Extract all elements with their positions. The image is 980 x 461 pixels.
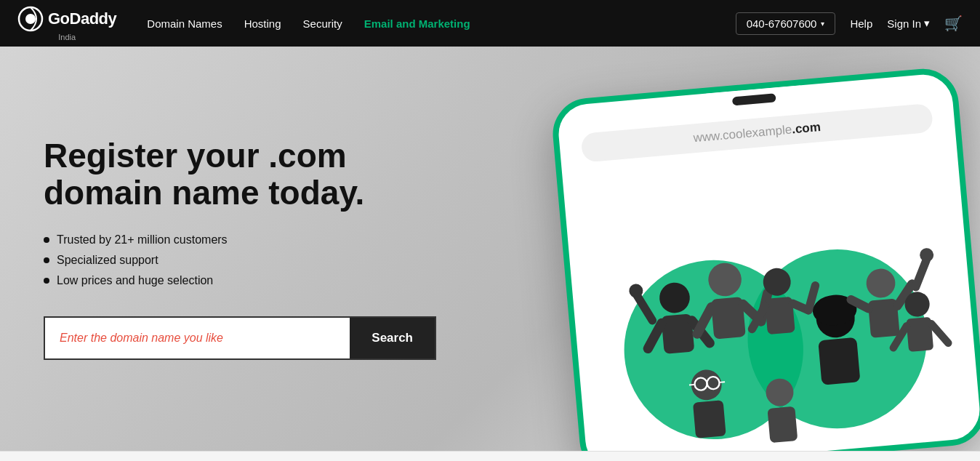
svg-line-34	[720, 382, 726, 382]
phone-url-ext: .com	[791, 120, 821, 136]
phone-notch	[706, 85, 802, 113]
phone-notch-camera	[732, 93, 776, 105]
logo-subtext: India	[58, 33, 76, 41]
hero-section: Register your .comdomain name today. Tru…	[0, 47, 980, 451]
hero-title: Register your .comdomain name today.	[44, 137, 378, 211]
hero-bullets: Trusted by 21+ million customers Special…	[44, 233, 378, 287]
domain-search-input[interactable]	[45, 318, 350, 358]
svg-rect-20	[818, 337, 860, 385]
bullet-text-1: Trusted by 21+ million customers	[57, 233, 228, 246]
phone-number: 040-67607600	[747, 17, 817, 30]
cart-icon[interactable]: 🛒	[944, 15, 963, 32]
search-button[interactable]: Search	[350, 318, 435, 358]
phone-people-illustration	[564, 162, 980, 451]
logo-text: GoDaddy	[48, 9, 116, 28]
help-link[interactable]: Help	[850, 17, 872, 30]
bullet-item-2: Specialized support	[44, 254, 378, 267]
svg-point-1	[25, 14, 36, 24]
bullet-dot-2	[44, 257, 49, 263]
svg-line-32	[689, 385, 695, 385]
signin-label: Sign In	[887, 17, 921, 30]
nav-links: Domain Names Hosting Security Email and …	[137, 0, 735, 47]
phone-url-bar: www.coolexample.com	[580, 103, 933, 163]
bullet-item-1: Trusted by 21+ million customers	[44, 233, 378, 246]
chevron-down-icon: ▾	[821, 20, 824, 28]
nav-hosting[interactable]: Hosting	[234, 0, 292, 47]
phone-illustration-container: www.coolexample.com	[493, 61, 980, 451]
bullet-text-2: Specialized support	[57, 254, 158, 267]
footer-bar: Our customers say Excellent ★ ★ ★ ★ ★ 4.…	[0, 451, 980, 461]
chevron-down-icon: ▾	[924, 17, 930, 30]
people-svg	[572, 170, 974, 451]
svg-point-41	[919, 247, 934, 262]
phone-mockup: www.coolexample.com	[550, 66, 980, 451]
nav-security[interactable]: Security	[293, 0, 353, 47]
hero-content: Register your .comdomain name today. Tru…	[0, 94, 422, 403]
phone-url-text: www.coolexample	[693, 123, 792, 145]
svg-line-28	[931, 322, 948, 344]
bullet-item-3: Low prices and huge selection	[44, 274, 378, 287]
bullet-dot-1	[44, 237, 49, 243]
phone-button[interactable]: 040-67607600 ▾	[736, 12, 836, 35]
domain-search-bar: Search	[44, 316, 436, 360]
svg-rect-37	[767, 406, 798, 443]
svg-rect-35	[693, 400, 726, 438]
bullet-dot-3	[44, 278, 49, 284]
nav-email-marketing[interactable]: Email and Marketing	[354, 0, 481, 47]
bullet-text-3: Low prices and huge selection	[57, 274, 213, 287]
svg-line-40	[913, 258, 929, 286]
navbar: GoDaddy India Domain Names Hosting Secur…	[0, 0, 980, 47]
nav-right: 040-67607600 ▾ Help Sign In ▾ 🛒	[736, 12, 963, 35]
logo[interactable]: GoDaddy India	[17, 6, 116, 41]
nav-domain-names[interactable]: Domain Names	[137, 0, 232, 47]
signin-button[interactable]: Sign In ▾	[887, 17, 930, 30]
godaddy-logo-icon	[17, 6, 44, 32]
